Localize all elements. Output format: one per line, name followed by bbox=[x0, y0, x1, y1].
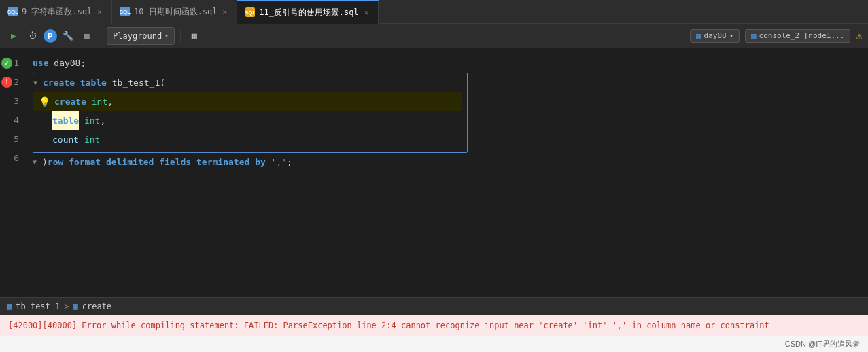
tab-10-sql[interactable]: SQL 10_日期时间函数.sql × bbox=[112, 0, 237, 24]
code-line-3: 💡 create int, bbox=[33, 92, 462, 111]
sql-icon-3: SQL bbox=[245, 7, 255, 17]
error-message: [42000][40000] Error while compiling sta… bbox=[8, 321, 769, 330]
separator-1 bbox=[101, 29, 101, 43]
breadcrumb-icon-2: ▦ bbox=[73, 302, 78, 311]
code-line-5: count int bbox=[33, 130, 462, 149]
type-int-3: int bbox=[92, 96, 107, 107]
tab-1-label: 9_字符串函数.sql bbox=[22, 6, 92, 18]
semicolon: ; bbox=[287, 153, 292, 172]
stop-icon: ■ bbox=[84, 31, 90, 41]
breadcrumb-item-2[interactable]: create bbox=[82, 302, 111, 311]
keyword-by: by bbox=[255, 153, 266, 172]
day08-badge[interactable]: ▦ day08 ▾ bbox=[690, 29, 740, 43]
line-number-3: 3 bbox=[0, 92, 27, 111]
keyword-create-3: create bbox=[54, 96, 86, 107]
field-count: count bbox=[52, 130, 79, 149]
error-bar: [42000][40000] Error while compiling sta… bbox=[0, 315, 868, 336]
tab-9-sql[interactable]: SQL 9_字符串函数.sql × bbox=[0, 0, 112, 24]
code-line-2: ▼ create table tb_test_1( bbox=[33, 73, 462, 92]
keyword-create-2: create bbox=[43, 73, 75, 92]
console-badge[interactable]: ▦ console_2 [node1... bbox=[745, 29, 850, 43]
db-icon: ▦ bbox=[696, 31, 701, 41]
keyword-fields: fields bbox=[159, 153, 191, 172]
grid-icon: ▦ bbox=[192, 31, 197, 41]
line-number-6: 6 bbox=[0, 149, 27, 168]
breadcrumb-item-1[interactable]: tb_test_1 bbox=[16, 302, 60, 311]
type-int-5: int bbox=[84, 130, 100, 149]
line-number-5: 5 bbox=[0, 130, 27, 149]
ident-day08: day08; bbox=[54, 54, 86, 73]
console-icon: ▦ bbox=[751, 31, 756, 41]
comma-3: , bbox=[107, 96, 113, 107]
code-block: ▼ create table tb_test_1( 💡 create int, … bbox=[33, 73, 468, 153]
attribution-bar: CSDN @IT界的追风者 bbox=[0, 336, 868, 352]
keyword-use: use bbox=[33, 54, 48, 73]
clock-icon: ⏱ bbox=[29, 31, 37, 41]
p-badge-button[interactable]: P bbox=[44, 29, 57, 43]
line-number-4: 4 bbox=[0, 111, 27, 130]
stop-button[interactable]: ■ bbox=[79, 28, 95, 44]
day08-label: day08 bbox=[704, 31, 727, 40]
code-content[interactable]: use day08; ▼ create table tb_test_1( 💡 c… bbox=[27, 48, 868, 297]
tab-2-close[interactable]: × bbox=[222, 6, 229, 18]
fold-icon-2[interactable]: ▼ bbox=[33, 73, 41, 92]
playground-dropdown[interactable]: Playground ▾ bbox=[107, 27, 175, 45]
line-number-2: ! 2 bbox=[0, 73, 27, 92]
settings-button[interactable]: 🔧 bbox=[60, 28, 76, 44]
keyword-table: table bbox=[80, 73, 107, 92]
run-icon: ▶ bbox=[11, 31, 16, 41]
tab-3-label: 11_反引号的使用场景.sql bbox=[259, 7, 359, 18]
console-label: console_2 [node1... bbox=[759, 31, 845, 40]
keyword-terminated: terminated bbox=[196, 153, 249, 172]
table-name: tb_test_1( bbox=[112, 73, 165, 92]
close-paren: ) bbox=[42, 153, 48, 172]
dropdown-arrow-icon: ▾ bbox=[164, 33, 168, 39]
tab-2-label: 10_日期时间函数.sql bbox=[134, 6, 218, 18]
breadcrumb-icon-1: ▦ bbox=[7, 302, 12, 311]
main-content: ✓ 1 ! 2 3 4 5 6 bbox=[0, 48, 868, 297]
fold-icon-6[interactable]: ▼ bbox=[33, 153, 41, 172]
breadcrumb-separator: > bbox=[64, 302, 69, 311]
warning-icon: ⚠ bbox=[856, 29, 863, 42]
toolbar-right: ▦ day08 ▾ ▦ console_2 [node1... ⚠ bbox=[690, 29, 863, 43]
type-int-4: int bbox=[84, 111, 100, 130]
keyword-format: format bbox=[69, 153, 101, 172]
day08-arrow-icon: ▾ bbox=[729, 31, 734, 40]
playground-label: Playground bbox=[113, 31, 162, 41]
keyword-row: row bbox=[48, 153, 63, 172]
toolbar: ▶ ⏱ P 🔧 ■ Playground ▾ ▦ ▦ day08 ▾ ▦ con… bbox=[0, 24, 868, 48]
editor-pane: ✓ 1 ! 2 3 4 5 6 bbox=[0, 48, 868, 297]
clock-button[interactable]: ⏱ bbox=[24, 28, 41, 44]
string-comma: ',' bbox=[271, 153, 287, 172]
grid-button[interactable]: ▦ bbox=[186, 28, 203, 44]
line-numbers: ✓ 1 ! 2 3 4 5 6 bbox=[0, 48, 27, 297]
keyword-delimited: delimited bbox=[106, 153, 154, 172]
code-line-1: use day08; bbox=[33, 54, 868, 73]
editor-area: ✓ 1 ! 2 3 4 5 6 bbox=[0, 48, 868, 297]
line3-indent: create int, bbox=[54, 92, 113, 111]
wrench-icon: 🔧 bbox=[63, 31, 73, 41]
comma-4: , bbox=[100, 111, 105, 130]
attribution-text: CSDN @IT界的追风者 bbox=[785, 340, 860, 348]
keyword-table-reserved: table bbox=[52, 111, 79, 130]
tab-3-close[interactable]: × bbox=[363, 7, 370, 18]
code-line-4: table int, bbox=[33, 111, 462, 130]
line-number-1: ✓ 1 bbox=[0, 54, 27, 73]
separator-2 bbox=[180, 29, 181, 43]
sql-icon-1: SQL bbox=[8, 7, 18, 16]
tab-11-sql[interactable]: SQL 11_反引号的使用场景.sql × bbox=[237, 0, 379, 24]
code-line-6: ▼ )row format delimited fields terminate… bbox=[33, 153, 868, 172]
tab-1-close[interactable]: × bbox=[96, 6, 103, 18]
breadcrumb-bar: ▦ tb_test_1 > ▦ create bbox=[0, 297, 868, 315]
sql-icon-2: SQL bbox=[120, 7, 130, 16]
p-icon: P bbox=[48, 32, 52, 40]
hint-bulb-icon: 💡 bbox=[39, 92, 50, 111]
error-indicator-2: ! bbox=[1, 77, 12, 88]
run-button[interactable]: ▶ bbox=[5, 28, 22, 44]
tab-bar: SQL 9_字符串函数.sql × SQL 10_日期时间函数.sql × SQ… bbox=[0, 0, 868, 24]
check-indicator-1: ✓ bbox=[1, 58, 12, 69]
